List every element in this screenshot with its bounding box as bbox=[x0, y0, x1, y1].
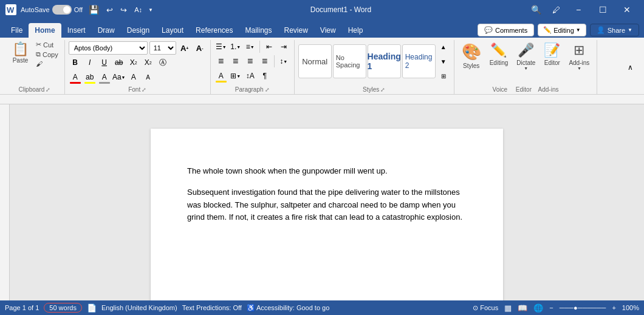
zoom-slider[interactable]: ───●────── bbox=[560, 304, 606, 311]
editor-button[interactable]: 🎨 Styles bbox=[458, 40, 485, 72]
font-size-select[interactable]: 11 bbox=[149, 41, 176, 55]
bold-button[interactable]: B bbox=[69, 56, 82, 69]
font-family-select[interactable]: Aptos (Body) bbox=[69, 41, 148, 55]
italic-button[interactable]: I bbox=[83, 56, 97, 69]
tab-draw[interactable]: Draw bbox=[92, 23, 121, 38]
save-icon[interactable]: 💾 bbox=[86, 4, 101, 16]
style-heading1[interactable]: Heading 1 bbox=[368, 44, 401, 78]
styles-scroll-down[interactable]: ▼ bbox=[437, 55, 450, 68]
document-area[interactable]: The whole town shook when the gunpowder … bbox=[0, 95, 644, 315]
tab-design[interactable]: Design bbox=[121, 23, 156, 38]
subscript-button[interactable]: X2 bbox=[127, 56, 140, 69]
styles-expand-icon[interactable]: ⤢ bbox=[380, 87, 385, 93]
align-left-button[interactable]: ≡ bbox=[214, 55, 228, 68]
redo-icon[interactable]: ↪ bbox=[118, 4, 129, 16]
word-logo: W bbox=[5, 4, 17, 16]
shading-button[interactable]: A bbox=[214, 69, 228, 83]
word-count[interactable]: 50 words bbox=[44, 303, 82, 313]
increase-font-button[interactable]: A+ bbox=[178, 41, 191, 55]
comments-button[interactable]: 💬 Comments bbox=[478, 24, 534, 36]
decrease-indent-button[interactable]: ⇤ bbox=[262, 40, 276, 53]
language[interactable]: English (United Kingdom) bbox=[101, 304, 177, 311]
doc-canvas[interactable]: The whole town shook when the gunpowder … bbox=[22, 117, 632, 315]
dictate-icon: 🎤 bbox=[518, 42, 534, 58]
paragraph-label: Paragraph ⤢ bbox=[235, 86, 270, 94]
style-no-spacing[interactable]: No Spacing bbox=[333, 44, 366, 78]
ribbon-collapse-btn[interactable]: ∧ bbox=[623, 40, 639, 94]
search-icon[interactable]: 🔍 bbox=[527, 4, 545, 16]
align-right-button[interactable]: ≡ bbox=[244, 55, 257, 68]
clipboard-expand-icon[interactable]: ⤢ bbox=[46, 87, 50, 93]
editing-button[interactable]: ✏️ Editing ▼ bbox=[538, 24, 586, 36]
layout-view-icon[interactable]: ▦ bbox=[504, 303, 512, 313]
comments-label: Comments bbox=[495, 27, 527, 34]
borders-button[interactable]: ⊞▼ bbox=[229, 69, 242, 83]
quick-access-dropdown[interactable]: ▼ bbox=[147, 6, 154, 14]
format-painter-button[interactable]: 🖌 bbox=[33, 59, 61, 68]
sort-button[interactable]: ↕A bbox=[244, 69, 257, 83]
page-count[interactable]: Page 1 of 1 bbox=[5, 304, 39, 311]
doc-text[interactable]: The whole town shook when the gunpowder … bbox=[187, 165, 467, 224]
tab-home[interactable]: Home bbox=[29, 23, 61, 38]
justify-button[interactable]: ≡ bbox=[258, 55, 272, 68]
align-center-button[interactable]: ≡ bbox=[229, 55, 242, 68]
clear-format-button[interactable]: Ⓐ bbox=[156, 56, 170, 69]
undo-icon[interactable]: ↩ bbox=[104, 4, 115, 16]
tab-layout[interactable]: Layout bbox=[156, 23, 190, 38]
editor-tool-button[interactable]: 📝 Editor bbox=[540, 40, 564, 69]
superscript-button[interactable]: X2 bbox=[142, 56, 155, 69]
style-heading2[interactable]: Heading 2 bbox=[402, 44, 436, 78]
paragraph-expand-icon[interactable]: ⤢ bbox=[265, 87, 270, 93]
web-view-icon[interactable]: 🌐 bbox=[533, 303, 543, 313]
restore-button[interactable]: ☐ bbox=[591, 0, 615, 19]
underline-button[interactable]: U bbox=[98, 56, 111, 69]
style-normal[interactable]: Normal bbox=[298, 44, 332, 78]
ribbon-display-icon[interactable]: 🖊 bbox=[549, 4, 564, 16]
font-color-button[interactable]: A bbox=[69, 70, 82, 84]
grow-font-button[interactable]: A bbox=[127, 70, 140, 84]
zoom-in-icon[interactable]: + bbox=[612, 304, 615, 311]
bullets-button[interactable]: ☰▼ bbox=[214, 40, 228, 53]
shrink-font-button[interactable]: A bbox=[142, 70, 155, 84]
paste-button[interactable]: 📋 Paste bbox=[9, 40, 32, 66]
numbering-button[interactable]: 1.▼ bbox=[229, 40, 242, 53]
strikethrough-button[interactable]: ab bbox=[112, 56, 126, 69]
editing-ribbon-button[interactable]: ✏️ Editing bbox=[486, 40, 512, 69]
tab-review[interactable]: Review bbox=[278, 23, 314, 38]
styles-expand[interactable]: ⊞ bbox=[437, 69, 450, 83]
line-spacing-button[interactable]: ↕▼ bbox=[277, 55, 290, 68]
show-formatting-button[interactable]: ¶ bbox=[258, 69, 272, 83]
multilevel-button[interactable]: ≡▼ bbox=[244, 40, 257, 53]
styles-scroll-up[interactable]: ▲ bbox=[437, 40, 450, 53]
tab-view[interactable]: View bbox=[314, 23, 342, 38]
doc-page[interactable]: The whole town shook when the gunpowder … bbox=[151, 129, 503, 315]
tab-help[interactable]: Help bbox=[342, 23, 369, 38]
styles-label: Styles ⤢ bbox=[363, 86, 385, 94]
zoom-level[interactable]: 100% bbox=[622, 304, 639, 311]
font-expand-icon[interactable]: ⤢ bbox=[142, 87, 146, 93]
text-predictions[interactable]: Text Predictions: Off bbox=[182, 304, 242, 311]
tab-references[interactable]: References bbox=[190, 23, 239, 38]
copy-button[interactable]: ⧉Copy bbox=[33, 50, 61, 59]
tab-mailings[interactable]: Mailings bbox=[239, 23, 278, 38]
decrease-font-button[interactable]: A- bbox=[193, 41, 207, 55]
highlight-button[interactable]: ab bbox=[83, 70, 97, 84]
minimize-button[interactable]: − bbox=[566, 0, 591, 19]
accessibility[interactable]: Accessibility: Good to go bbox=[256, 304, 329, 311]
text-color-button[interactable]: A bbox=[98, 70, 111, 84]
close-button[interactable]: ✕ bbox=[615, 0, 639, 19]
cut-button[interactable]: ✂Cut bbox=[33, 40, 61, 49]
customize-icon[interactable]: A↕ bbox=[132, 5, 145, 15]
increase-indent-button[interactable]: ⇥ bbox=[277, 40, 290, 53]
focus-label[interactable]: Focus bbox=[480, 304, 498, 311]
zoom-out-icon[interactable]: − bbox=[549, 304, 553, 311]
share-button[interactable]: 👤 Share ▼ bbox=[590, 24, 639, 36]
tab-insert[interactable]: Insert bbox=[61, 23, 92, 38]
tab-file[interactable]: File bbox=[5, 23, 29, 38]
read-view-icon[interactable]: 📖 bbox=[518, 303, 527, 313]
dictate-button[interactable]: 🎤 Dictate ▼ bbox=[513, 40, 539, 73]
change-case-button[interactable]: Aa▼ bbox=[112, 70, 126, 84]
title-bar: W AutoSave Off 💾 ↩ ↪ A↕ ▼ Document1 - Wo… bbox=[0, 0, 644, 19]
addins-button[interactable]: ⊞ Add-ins ▼ bbox=[565, 40, 593, 73]
autosave-toggle[interactable] bbox=[52, 5, 72, 15]
